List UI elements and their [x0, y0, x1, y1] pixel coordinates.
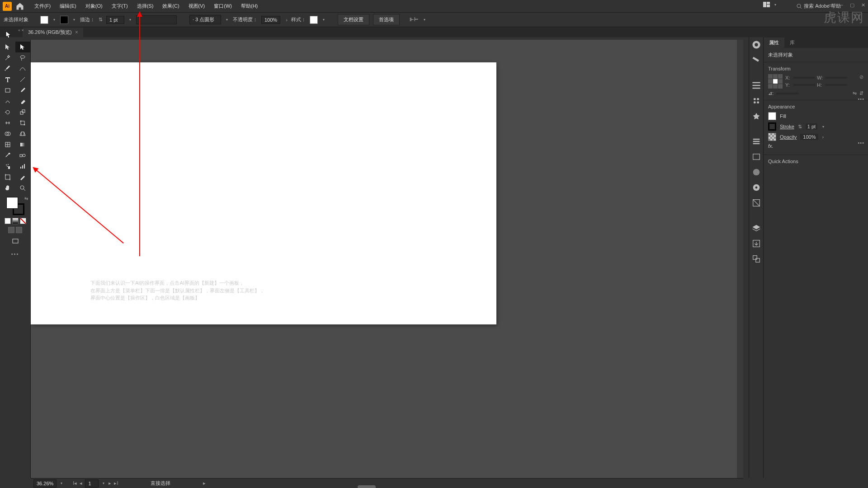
fill-dropdown[interactable]: ▾: [52, 18, 57, 22]
stroke-width-dropdown[interactable]: ▾: [128, 18, 132, 22]
panel-fill-swatch[interactable]: [768, 112, 776, 120]
prev-artboard-icon[interactable]: ◂: [80, 480, 82, 486]
magic-wand-tool[interactable]: [0, 52, 15, 63]
panel-fx-button[interactable]: fx.: [768, 143, 774, 149]
preferences-button[interactable]: 首选项: [373, 14, 400, 25]
tab-close-icon[interactable]: ×: [75, 30, 78, 35]
maximize-icon[interactable]: ▢: [849, 2, 855, 8]
status-play-icon[interactable]: ▸: [203, 480, 206, 486]
flip-v-icon[interactable]: ⇵: [859, 90, 863, 96]
home-icon[interactable]: [15, 2, 24, 11]
h-field[interactable]: [825, 84, 847, 86]
minimize-icon[interactable]: ─: [838, 2, 844, 8]
blend-tool[interactable]: [15, 150, 31, 161]
color-mode-none[interactable]: [20, 218, 26, 224]
pen-tool[interactable]: [0, 63, 15, 74]
zoom-tool[interactable]: [15, 183, 31, 193]
brush-dropdown[interactable]: ▾: [225, 18, 229, 22]
panel-opacity-swatch[interactable]: [768, 133, 776, 141]
free-transform-tool[interactable]: [15, 117, 31, 128]
artboard-nav-dropdown[interactable]: ▾: [101, 481, 106, 486]
vertical-scrollbar[interactable]: [737, 40, 743, 478]
screen-mode-button[interactable]: [8, 236, 23, 247]
style-dropdown[interactable]: ▾: [321, 18, 326, 22]
color-panel-icon[interactable]: [751, 40, 761, 50]
pathfinder-panel-icon[interactable]: [751, 152, 761, 162]
tab-prev-close[interactable]: « ×: [18, 28, 24, 33]
curvature-tool[interactable]: [15, 63, 31, 74]
direct-selection-tool[interactable]: [15, 42, 31, 52]
panel-stroke-swatch[interactable]: [768, 122, 776, 131]
slice-tool[interactable]: [15, 172, 31, 183]
selection-tool[interactable]: [0, 42, 15, 52]
panel-stroke-dropdown[interactable]: ▾: [821, 124, 826, 129]
w-field[interactable]: [825, 77, 847, 79]
zoom-dropdown[interactable]: ▾: [59, 481, 64, 486]
stroke-panel-icon[interactable]: [751, 80, 761, 90]
shaper-tool[interactable]: [0, 96, 15, 107]
menu-select[interactable]: 选择(S): [132, 1, 158, 11]
arrange-icon[interactable]: ▭: [827, 2, 834, 8]
artboard-tool[interactable]: [0, 172, 15, 183]
first-artboard-icon[interactable]: I◂: [73, 480, 77, 486]
doc-setup-button[interactable]: 文档设置: [338, 14, 369, 25]
edit-toolbar-button[interactable]: •••: [11, 251, 19, 257]
rotate-tool[interactable]: [0, 107, 15, 117]
shape-builder-tool[interactable]: [0, 128, 15, 139]
line-tool[interactable]: [15, 74, 31, 85]
zoom-level-field[interactable]: 36.26%: [33, 479, 57, 488]
document-tab[interactable]: 36.26% (RGB/预览) ×: [23, 28, 83, 37]
panel-stroke-value[interactable]: 1 pt: [806, 123, 817, 130]
last-artboard-icon[interactable]: ▸I: [114, 480, 118, 486]
gradient-tool[interactable]: [15, 139, 31, 150]
style-swatch[interactable]: [310, 16, 318, 24]
swap-fill-stroke-icon[interactable]: ⇆: [24, 196, 28, 201]
scale-tool[interactable]: [15, 107, 31, 117]
hand-tool[interactable]: [0, 183, 15, 193]
opacity-field[interactable]: 100%: [261, 16, 280, 24]
tab-properties[interactable]: 属性: [764, 38, 784, 48]
type-tool[interactable]: [0, 74, 15, 85]
fill-stroke-indicator[interactable]: ⇆: [6, 197, 24, 215]
angle-field[interactable]: [776, 93, 799, 94]
draw-mode-icon[interactable]: [8, 227, 14, 233]
swatches-panel-icon[interactable]: [751, 55, 761, 65]
y-field[interactable]: [793, 84, 815, 86]
menu-object[interactable]: 对象(O): [81, 1, 107, 11]
next-artboard-icon[interactable]: ▸: [108, 480, 111, 486]
flip-h-icon[interactable]: ⇋: [853, 90, 857, 96]
menu-window[interactable]: 窗口(W): [209, 1, 236, 11]
close-icon[interactable]: ✕: [860, 2, 866, 8]
graphic-styles-panel-icon[interactable]: [751, 198, 761, 208]
canvas-area[interactable]: [31, 40, 743, 478]
horizontal-scrollbar-thumb[interactable]: [358, 485, 376, 488]
perspective-tool[interactable]: [15, 128, 31, 139]
link-wh-icon[interactable]: ⊘: [859, 74, 863, 80]
fill-color-box[interactable]: [6, 197, 18, 209]
reference-point-selector[interactable]: [768, 74, 783, 89]
fill-swatch[interactable]: [40, 16, 48, 24]
align-dropdown[interactable]: ▾: [422, 18, 427, 22]
stroke-swatch[interactable]: [60, 16, 68, 24]
asset-export-panel-icon[interactable]: [751, 239, 761, 249]
width-tool[interactable]: [0, 117, 15, 128]
brushes-panel-icon[interactable]: [751, 96, 761, 106]
draw-behind-icon[interactable]: [16, 227, 22, 233]
lasso-tool[interactable]: [15, 52, 31, 63]
layers-panel-icon[interactable]: [751, 223, 761, 233]
eyedropper-tool[interactable]: [0, 150, 15, 161]
panel-opacity-value[interactable]: 100%: [800, 134, 818, 140]
align-panel-icon[interactable]: [751, 136, 761, 146]
rectangle-tool[interactable]: [0, 85, 15, 96]
appearance-panel-icon[interactable]: [751, 183, 761, 192]
menu-view[interactable]: 视图(V): [184, 1, 210, 11]
artboard-nav-field[interactable]: 1: [85, 479, 99, 488]
menu-edit[interactable]: 编辑(E): [55, 1, 81, 11]
eraser-tool[interactable]: [15, 96, 31, 107]
x-field[interactable]: [793, 77, 815, 79]
artboards-panel-icon[interactable]: [751, 254, 761, 264]
paintbrush-tool[interactable]: [15, 85, 31, 96]
transparency-panel-icon[interactable]: [751, 167, 761, 177]
symbols-panel-icon[interactable]: [751, 111, 761, 121]
tab-libraries[interactable]: 库: [784, 38, 800, 48]
